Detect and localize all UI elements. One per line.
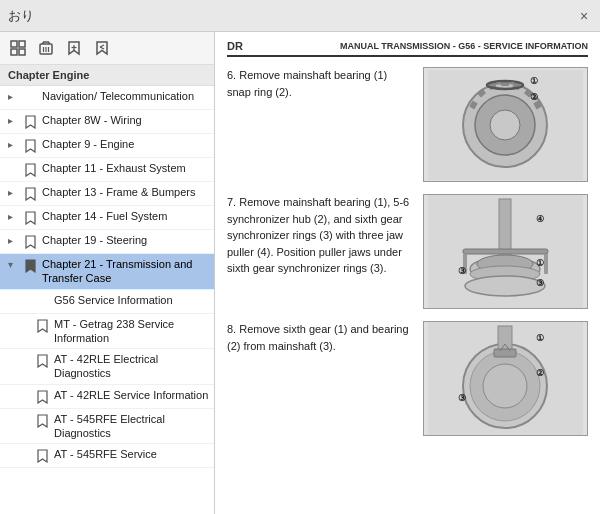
svg-text:②: ② xyxy=(536,368,544,378)
bookmark-icon xyxy=(22,114,38,130)
bookmark-icon xyxy=(34,389,50,405)
svg-rect-47 xyxy=(494,349,516,357)
bookmark-icon xyxy=(34,413,50,429)
app-title: おり xyxy=(8,7,34,25)
main-container: Chapter Engine ▸ Navigation/ Telecommuni… xyxy=(0,32,600,514)
top-bar: おり × xyxy=(0,0,600,32)
step7-image: ④ ① ③ ③ xyxy=(423,194,588,309)
svg-rect-1 xyxy=(19,41,25,47)
right-panel: DR MANUAL TRANSMISSION - G56 - SERVICE I… xyxy=(215,32,600,514)
delete-icon[interactable] xyxy=(36,38,56,58)
svg-rect-2 xyxy=(11,49,17,55)
svg-text:③: ③ xyxy=(458,393,466,403)
step8-row: 8. Remove sixth gear (1) and bearing (2)… xyxy=(227,321,588,436)
left-panel: Chapter Engine ▸ Navigation/ Telecommuni… xyxy=(0,32,215,514)
svg-point-37 xyxy=(465,276,545,296)
svg-text:②: ② xyxy=(530,92,538,102)
svg-text:③: ③ xyxy=(458,266,466,276)
svg-text:③: ③ xyxy=(536,278,544,288)
step8-text: 8. Remove sixth gear (1) and bearing (2)… xyxy=(227,321,413,354)
tree-item-13[interactable]: ▸ Chapter 13 - Frame & Bumpers xyxy=(0,182,214,206)
tree-item-8w[interactable]: ▸ Chapter 8W - Wiring xyxy=(0,110,214,134)
step6-text: 6. Remove mainshaft bearing (1) snap rin… xyxy=(227,67,413,100)
doc-section-7: 7. Remove mainshaft bearing (1), 5-6 syn… xyxy=(227,194,588,309)
bookmark-icon xyxy=(22,138,38,154)
step7-illustration: ④ ① ③ ③ xyxy=(428,194,583,309)
section-label: Chapter Engine xyxy=(0,65,214,86)
step7-row: 7. Remove mainshaft bearing (1), 5-6 syn… xyxy=(227,194,588,309)
tree-item-label: AT - 42RLE Service Information xyxy=(54,388,210,402)
step8-illustration: ① ② ③ xyxy=(428,321,583,436)
tree-item-label: Chapter 13 - Frame & Bumpers xyxy=(42,185,210,199)
svg-line-14 xyxy=(100,47,104,49)
tree-item-42rle-svc[interactable]: AT - 42RLE Service Information xyxy=(0,385,214,409)
left-toolbar xyxy=(0,32,214,65)
tree-item-14[interactable]: ▸ Chapter 14 - Fuel System xyxy=(0,206,214,230)
svg-rect-3 xyxy=(19,49,25,55)
svg-text:①: ① xyxy=(536,333,544,343)
bookmark-icon xyxy=(22,186,38,202)
bookmark-icon xyxy=(34,318,50,334)
tree-item-11[interactable]: Chapter 11 - Exhaust System xyxy=(0,158,214,182)
grid-icon[interactable] xyxy=(8,38,28,58)
tree-item-label: G56 Service Information xyxy=(54,293,210,307)
expand-icon: ▸ xyxy=(8,187,20,198)
tree-item-label: Chapter 8W - Wiring xyxy=(42,113,210,127)
svg-point-18 xyxy=(490,110,520,140)
svg-rect-0 xyxy=(11,41,17,47)
step6-illustration: ① ② xyxy=(428,70,583,180)
tree-item-label: AT - 545RFE Electrical Diagnostics xyxy=(54,412,210,441)
doc-section-8: 8. Remove sixth gear (1) and bearing (2)… xyxy=(227,321,588,436)
svg-text:①: ① xyxy=(530,76,538,86)
step8-image: ① ② ③ xyxy=(423,321,588,436)
tree-item-19[interactable]: ▸ Chapter 19 - Steering xyxy=(0,230,214,254)
bookmark-icon xyxy=(22,90,38,106)
expand-icon: ▸ xyxy=(8,115,20,126)
step6-image: ① ② xyxy=(423,67,588,182)
close-button[interactable]: × xyxy=(576,8,592,24)
tree-item-545rfe-svc[interactable]: AT - 545RFE Service xyxy=(0,444,214,468)
tree-item-label: Chapter 11 - Exhaust System xyxy=(42,161,210,175)
tree-item-label: MT - Getrag 238 Service Information xyxy=(54,317,210,346)
tree-item-label: Chapter 9 - Engine xyxy=(42,137,210,151)
tree-item-label: Chapter 21 - Transmission and Transfer C… xyxy=(42,257,210,286)
bookmark-icon xyxy=(22,258,38,274)
tree-item-nav[interactable]: ▸ Navigation/ Telecommunication xyxy=(0,86,214,110)
doc-header: DR MANUAL TRANSMISSION - G56 - SERVICE I… xyxy=(227,40,588,57)
tree-item-label: AT - 42RLE Electrical Diagnostics xyxy=(54,352,210,381)
no-icon xyxy=(34,294,50,310)
step6-row: 6. Remove mainshaft bearing (1) snap rin… xyxy=(227,67,588,182)
tree-item-42rle-elec[interactable]: AT - 42RLE Electrical Diagnostics xyxy=(0,349,214,385)
doc-header-left: DR xyxy=(227,40,243,52)
tree-item-label: Navigation/ Telecommunication xyxy=(42,89,210,103)
bookmark-share-icon[interactable] xyxy=(92,38,112,58)
tree-item-g56[interactable]: G56 Service Information xyxy=(0,290,214,314)
expand-icon: ▾ xyxy=(8,259,20,270)
doc-header-right: MANUAL TRANSMISSION - G56 - SERVICE INFO… xyxy=(340,41,588,51)
tree-item-21[interactable]: ▾ Chapter 21 - Transmission and Transfer… xyxy=(0,254,214,290)
tree-item-545rfe-elec[interactable]: AT - 545RFE Electrical Diagnostics xyxy=(0,409,214,445)
svg-rect-33 xyxy=(544,254,548,274)
tree-item-label: Chapter 14 - Fuel System xyxy=(42,209,210,223)
doc-section-6: 6. Remove mainshaft bearing (1) snap rin… xyxy=(227,67,588,182)
svg-point-45 xyxy=(483,364,527,408)
tree-item-label: Chapter 19 - Steering xyxy=(42,233,210,247)
expand-icon: ▸ xyxy=(8,91,20,102)
tree-item-mt-getrag[interactable]: MT - Getrag 238 Service Information xyxy=(0,314,214,350)
svg-text:④: ④ xyxy=(536,214,544,224)
tree-container[interactable]: ▸ Navigation/ Telecommunication ▸ Chapte… xyxy=(0,86,214,514)
tree-item-9[interactable]: ▸ Chapter 9 - Engine xyxy=(0,134,214,158)
step7-text: 7. Remove mainshaft bearing (1), 5-6 syn… xyxy=(227,194,413,277)
bookmark-add-icon[interactable] xyxy=(64,38,84,58)
bookmark-icon xyxy=(34,448,50,464)
svg-text:①: ① xyxy=(536,258,544,268)
svg-rect-31 xyxy=(463,249,548,254)
expand-icon: ▸ xyxy=(8,139,20,150)
bookmark-icon xyxy=(22,162,38,178)
bookmark-icon xyxy=(22,234,38,250)
expand-icon: ▸ xyxy=(8,211,20,222)
bookmark-icon xyxy=(34,353,50,369)
expand-icon: ▸ xyxy=(8,235,20,246)
tree-item-label: AT - 545RFE Service xyxy=(54,447,210,461)
bookmark-icon xyxy=(22,210,38,226)
